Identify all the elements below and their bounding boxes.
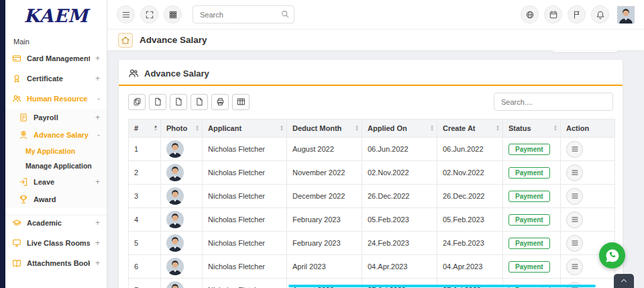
search-icon[interactable] <box>280 9 290 19</box>
applicant-photo <box>166 281 184 288</box>
card-icon <box>12 54 21 63</box>
row-action-button[interactable] <box>566 164 583 181</box>
expand-toggle-icon[interactable]: + <box>95 258 100 268</box>
create-at: 02.Nov.2022 <box>437 161 503 185</box>
sidebar-item-human-resource[interactable]: Human Resource - <box>5 89 107 109</box>
sidebar-item-attachments-book[interactable]: Attachments Book + <box>5 253 107 273</box>
sidebar-item-manage-application[interactable]: Manage Application <box>5 158 107 173</box>
row-number: 5 <box>129 232 161 255</box>
scroll-to-top-button[interactable] <box>614 274 634 288</box>
sidebar-item-my-application[interactable]: My Application <box>5 144 107 158</box>
copy-button[interactable] <box>128 94 146 110</box>
deduct-month: August 2022 <box>287 138 362 161</box>
expand-toggle-icon[interactable]: + <box>95 238 100 248</box>
grid-icon <box>168 10 178 19</box>
academic-cap-icon <box>12 218 21 228</box>
export-buttons <box>128 94 250 110</box>
leave-icon <box>19 177 28 187</box>
pdf-export-button[interactable] <box>191 94 208 110</box>
notifications-button[interactable] <box>591 5 609 23</box>
calendar-button[interactable] <box>544 5 562 23</box>
print-button[interactable] <box>211 94 229 110</box>
sidebar-item-live-class-rooms[interactable]: Live Class Rooms + <box>5 233 107 253</box>
col-header-status[interactable]: Status▲▼ <box>503 119 561 138</box>
col-header-applicant[interactable]: Applicant▲▼ <box>203 119 287 138</box>
deduct-month: February 2023 <box>287 208 362 232</box>
col-header-applied-on[interactable]: Applied On▲▼ <box>362 119 437 138</box>
applied-on: 24.Feb.2023 <box>362 232 437 255</box>
col-header-number[interactable]: #▲▼ <box>129 119 161 138</box>
row-action-button[interactable] <box>566 188 583 205</box>
applied-on: 04.Apr.2023 <box>362 255 437 279</box>
applicant-name: Nicholas Fletcher <box>203 208 287 232</box>
table-row: 5 Nicholas Fletcher February 2023 24.Feb… <box>129 232 615 255</box>
logo-box[interactable]: KAEM <box>5 0 107 31</box>
action-menu-icon <box>571 192 579 200</box>
applicant-name: Nicholas Fletcher <box>203 185 287 208</box>
applicant-name: Nicholas Fletcher <box>203 138 287 161</box>
status-badge: Payment <box>508 214 550 226</box>
col-header-create-at[interactable]: Create At▲▼ <box>437 119 503 138</box>
status-badge: Payment <box>508 144 550 155</box>
whatsapp-button[interactable] <box>599 242 625 269</box>
column-visibility-button[interactable] <box>232 94 250 110</box>
row-action-button[interactable] <box>566 211 583 228</box>
table-row: 6 Nicholas Fletcher April 2023 04.Apr.20… <box>129 255 615 279</box>
row-action-button[interactable] <box>566 258 583 275</box>
expand-toggle-icon[interactable]: + <box>95 54 100 63</box>
columns-icon <box>237 97 246 106</box>
table-row: 3 Nicholas Fletcher December 2022 26.Dec… <box>129 185 615 208</box>
sort-icon: ▲▼ <box>553 125 557 132</box>
home-button[interactable] <box>118 33 133 48</box>
horizontal-scrollbar[interactable] <box>288 285 596 287</box>
sidebar-item-certificate[interactable]: Certificate + <box>5 68 107 89</box>
sidebar-item-card-management[interactable]: Card Management + <box>5 48 107 68</box>
collapse-toggle-icon[interactable]: - <box>97 94 100 103</box>
sidebar-item-advance-salary[interactable]: Advance Salary - <box>5 126 107 144</box>
excel-export-button[interactable] <box>149 94 166 110</box>
user-avatar[interactable] <box>617 5 635 25</box>
hamburger-icon <box>121 10 131 19</box>
csv-export-button[interactable] <box>170 94 187 110</box>
brand-logo: KAEM <box>24 5 89 26</box>
sidebar-item-payroll[interactable]: Payroll + <box>5 109 107 126</box>
applicant-photo <box>166 258 184 275</box>
collapse-toggle-icon[interactable]: - <box>97 130 100 140</box>
table-row: 2 Nicholas Fletcher November 2022 02.Nov… <box>129 161 615 185</box>
breadcrumb: Advance Salary <box>107 30 644 50</box>
col-header-photo[interactable]: Photo▲▼ <box>161 119 203 138</box>
sort-icon: ▲▼ <box>430 125 434 132</box>
sidebar-item-leave[interactable]: Leave + <box>5 173 107 191</box>
row-action-button[interactable] <box>566 141 583 158</box>
sort-icon: ▲▼ <box>355 125 359 132</box>
apps-grid-button[interactable] <box>164 5 182 23</box>
row-action-button[interactable] <box>566 235 583 252</box>
expand-toggle-icon[interactable]: + <box>95 113 100 122</box>
expand-toggle-icon[interactable]: + <box>95 218 100 228</box>
global-search-input[interactable] <box>193 5 294 23</box>
language-globe-button[interactable] <box>521 5 539 23</box>
globe-icon <box>525 10 535 19</box>
deduct-month: April 2023 <box>287 255 362 279</box>
sort-icon: ▲▼ <box>280 125 284 132</box>
action-menu-icon <box>571 215 579 224</box>
fullscreen-button[interactable] <box>140 5 158 23</box>
row-number: 1 <box>129 138 161 161</box>
sidebar-item-academic[interactable]: Academic + <box>5 215 107 233</box>
sidebar-toggle-button[interactable] <box>117 5 135 23</box>
col-header-deduct-month[interactable]: Deduct Month▲▼ <box>287 119 362 138</box>
whatsapp-icon <box>602 245 623 267</box>
expand-toggle-icon[interactable]: + <box>95 177 100 187</box>
sidebar-item-award[interactable]: Award <box>5 191 107 208</box>
flag-icon <box>572 10 582 19</box>
action-menu-icon <box>571 262 579 271</box>
global-search <box>193 5 294 23</box>
applied-on: 05.Feb.2023 <box>362 208 437 232</box>
expand-toggle-icon[interactable]: + <box>95 74 100 83</box>
table-search-input[interactable] <box>494 93 613 111</box>
flag-button[interactable] <box>568 5 586 23</box>
action-menu-icon <box>571 169 579 177</box>
create-at: 24.Feb.2023 <box>437 232 503 255</box>
payroll-icon <box>19 113 28 122</box>
copy-icon <box>133 97 142 106</box>
